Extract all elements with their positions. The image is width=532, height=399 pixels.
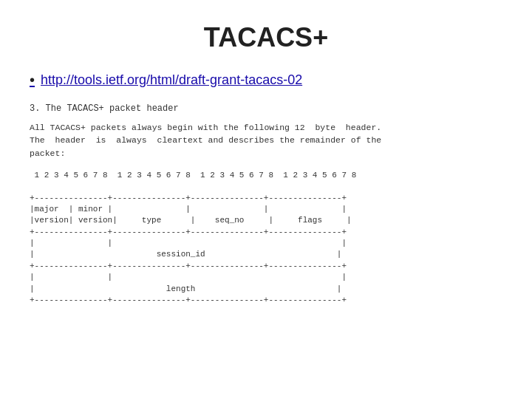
- content-area: 3. The TACACS+ packet header All TACACS+…: [30, 103, 502, 306]
- link-tacacs[interactable]: http://tools.ietf.org/html/draft-grant-t…: [30, 72, 502, 89]
- section-heading: 3. The TACACS+ packet header: [30, 103, 502, 114]
- slide-title: TACACS+: [30, 22, 502, 53]
- description-text: All TACACS+ packets always begin with th…: [30, 121, 502, 160]
- packet-diagram: 1 2 3 4 5 6 7 8 1 2 3 4 5 6 7 8 1 2 3 4 …: [30, 170, 502, 307]
- slide-container: TACACS+ http://tools.ietf.org/html/draft…: [0, 0, 532, 399]
